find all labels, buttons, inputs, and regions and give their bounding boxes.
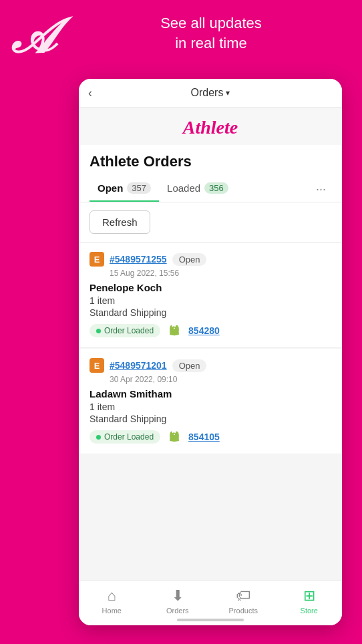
tab-open-label: Open <box>98 182 123 194</box>
order-footer-1: Order Loaded 854280 <box>89 323 331 338</box>
order-shopify-num-2[interactable]: 854105 <box>188 432 220 442</box>
order-customer-2: Ladawn Smitham <box>89 388 331 399</box>
order-footer-2: Order Loaded 854105 <box>89 430 331 444</box>
phone-frame: ‹ Orders ▾ Athlete Athlete Orders Open 3… <box>79 79 342 625</box>
order-loaded-badge-2: Order Loaded <box>89 430 160 444</box>
header-line2: in real time <box>175 35 247 51</box>
background-logo: 𝒜 <box>12 12 65 65</box>
order-loaded-dot-1 <box>96 329 101 333</box>
nav-products-label: Products <box>229 607 258 615</box>
shopify-icon-2 <box>167 430 182 444</box>
brand-name: Athlete <box>183 117 238 138</box>
orders-title-text: Orders <box>191 87 224 99</box>
order-items-2: 1 item <box>89 401 331 412</box>
order-card-1: E #5489571255 Open 15 Aug 2022, 15:56 Pe… <box>79 243 342 348</box>
back-button[interactable]: ‹ <box>88 86 92 100</box>
order-source-icon-2: E <box>89 358 104 373</box>
order-date-1: 15 Aug 2022, 15:56 <box>110 269 331 278</box>
nav-orders-label: Orders <box>166 607 189 615</box>
order-number-1[interactable]: #5489571255 <box>110 254 167 265</box>
order-shipping-1: Standard Shipping <box>89 307 331 318</box>
order-items-1: 1 item <box>89 295 331 306</box>
tab-loaded-badge: 356 <box>204 182 228 194</box>
header-text: See all updates in real time <box>73 13 349 53</box>
refresh-area: Refresh <box>79 202 342 243</box>
tab-loaded-label: Loaded <box>167 182 200 194</box>
order-loaded-dot-2 <box>96 435 101 440</box>
nav-home-label: Home <box>102 607 122 615</box>
orders-list: E #5489571255 Open 15 Aug 2022, 15:56 Pe… <box>79 243 342 589</box>
nav-store-label: Store <box>301 607 318 615</box>
tab-open-badge: 357 <box>127 182 151 194</box>
orders-icon: ⬇ <box>172 587 184 605</box>
more-options[interactable]: ··· <box>311 180 331 199</box>
home-icon: ⌂ <box>108 587 116 605</box>
order-source-icon-1: E <box>89 252 104 267</box>
shopify-icon-1 <box>167 323 182 338</box>
tab-open[interactable]: Open 357 <box>89 177 159 202</box>
nav-home[interactable]: ⌂ Home <box>79 581 145 625</box>
tabs-row: Open 357 Loaded 356 ··· <box>79 170 342 202</box>
order-date-2: 30 Apr 2022, 09:10 <box>110 375 331 384</box>
store-icon: ⊞ <box>303 587 315 605</box>
order-header-1: E #5489571255 Open <box>89 252 331 267</box>
order-shipping-2: Standard Shipping <box>89 414 331 424</box>
nav-store[interactable]: ⊞ Store <box>277 581 343 625</box>
order-number-2[interactable]: #5489571201 <box>110 360 167 371</box>
order-loaded-badge-1: Order Loaded <box>89 324 160 337</box>
order-card-2: E #5489571201 Open 30 Apr 2022, 09:10 La… <box>79 349 342 454</box>
page-title: Athlete Orders <box>89 153 331 170</box>
order-status-2: Open <box>172 359 207 372</box>
top-bar: ‹ Orders ▾ <box>79 79 342 108</box>
order-header-2: E #5489571201 Open <box>89 358 331 373</box>
order-shopify-num-1[interactable]: 854280 <box>188 325 220 336</box>
home-indicator <box>177 619 244 621</box>
order-customer-1: Penelope Koch <box>89 282 331 293</box>
header-line1: See all updates <box>160 15 262 31</box>
dropdown-icon[interactable]: ▾ <box>226 88 230 98</box>
refresh-button[interactable]: Refresh <box>89 210 150 234</box>
page-title-area: Athlete Orders <box>79 145 342 170</box>
products-icon: 🏷 <box>236 587 250 605</box>
tab-loaded[interactable]: Loaded 356 <box>159 177 236 202</box>
order-status-1: Open <box>172 253 207 266</box>
orders-title: Orders ▾ <box>191 87 230 99</box>
app-brand-area: Athlete <box>79 108 342 145</box>
